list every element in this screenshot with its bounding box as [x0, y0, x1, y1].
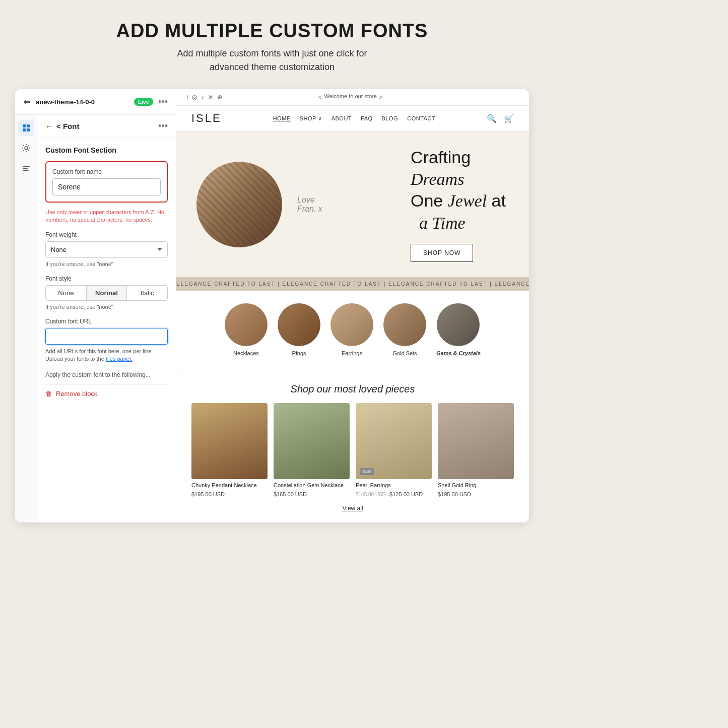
custom-font-url-group: Custom font URL Add all URLs for this fo… — [45, 318, 168, 363]
hero-image — [196, 162, 282, 247]
font-style-normal-button[interactable]: Normal — [87, 286, 127, 300]
twitter-icon[interactable]: ✕ — [208, 94, 213, 101]
tiktok-icon[interactable]: ♪ — [201, 94, 204, 101]
font-weight-select[interactable]: None 400 700 — [45, 241, 168, 258]
font-style-italic-button[interactable]: Italic — [127, 286, 167, 300]
category-necklaces: Necklaces — [225, 303, 268, 356]
hero-signature: LoveFran. x — [297, 195, 395, 214]
category-earrings-label[interactable]: Earrings — [342, 350, 362, 356]
page-header: ADD MULTIPLE CUSTOM FONTS Add multiple c… — [116, 20, 428, 74]
product-shell-gold-ring: Shell Gold Ring $195.00 USD — [438, 403, 514, 497]
remove-block-label: Remove block — [56, 390, 97, 398]
svg-rect-7 — [23, 170, 29, 171]
category-rings-image — [278, 303, 320, 346]
topbar-more-button[interactable]: ••• — [158, 97, 168, 107]
facebook-icon[interactable]: f — [186, 94, 188, 101]
sale-badge: Sale — [360, 468, 374, 475]
custom-font-url-input[interactable] — [45, 328, 168, 345]
pinterest-icon[interactable]: ⊕ — [217, 94, 222, 101]
store-logo: ISLE — [191, 112, 222, 125]
product-pearl-earrings-old-price: $145.00 USD — [356, 492, 386, 497]
font-section-header: ← < Font ••• — [37, 115, 176, 138]
hero-text: LoveFran. x — [297, 192, 395, 217]
instagram-icon[interactable]: ◎ — [192, 94, 197, 101]
announcement-text: Welcome to our store — [324, 93, 377, 101]
product-constellation-gem-image — [274, 403, 350, 479]
back-button[interactable]: ← — [45, 122, 52, 130]
apply-text: Apply the custom font to the following..… — [45, 371, 168, 378]
marquee-bar: ELEGANCE CRAFTED TO LAST | ELEGANCE CRAF… — [176, 277, 529, 291]
right-panel: f ◎ ♪ ✕ ⊕ < Welcome to our store > ISLE … — [176, 89, 529, 522]
font-weight-hint: If you're unsure, use "none". — [45, 261, 168, 267]
theme-name: anew-theme-14-0-0 — [36, 98, 129, 106]
hero-section: LoveFran. x Crafting DreamsOne Jewel at … — [176, 131, 529, 277]
shop-now-button[interactable]: SHOP NOW — [411, 244, 473, 262]
nav-icon-settings[interactable] — [18, 140, 34, 156]
section-more-button[interactable]: ••• — [158, 121, 168, 131]
custom-font-section-label: Custom Font Section — [45, 146, 168, 154]
store-nav-links: HOME SHOP ∨ ABOUT FAQ BLOG CONTACT — [273, 115, 435, 122]
product-pearl-earrings: Sale Pearl Earrings $145.00 USD $125.00 … — [356, 403, 432, 497]
font-style-label: Font style — [45, 275, 168, 282]
search-icon[interactable]: 🔍 — [487, 114, 497, 123]
nav-link-about[interactable]: ABOUT — [332, 115, 352, 122]
hero-heading: Crafting DreamsOne Jewel at a Time — [411, 147, 509, 234]
panel-topbar: ⬅ anew-theme-14-0-0 Live ••• — [15, 89, 176, 115]
product-pearl-earrings-image: Sale — [356, 403, 432, 479]
prev-announcement-button[interactable]: < — [318, 93, 322, 101]
nav-icon-blocks[interactable] — [18, 160, 34, 176]
product-shell-gold-ring-image — [438, 403, 514, 479]
font-style-none-button[interactable]: None — [46, 286, 87, 300]
most-loved-section: Shop our most loved pieces Chunky Pendan… — [176, 373, 529, 522]
categories-section: Necklaces Rings Earrings Gold Sets Gems … — [176, 291, 529, 373]
font-weight-group: Font weight None 400 700 If you're unsur… — [45, 231, 168, 267]
category-necklaces-label[interactable]: Necklaces — [233, 350, 259, 356]
nav-link-home[interactable]: HOME — [273, 115, 291, 122]
cart-icon[interactable]: 🛒 — [504, 114, 514, 123]
product-constellation-gem: Constellation Gem Necklace $165.00 USD — [274, 403, 350, 497]
custom-font-hint: Use only lower or upper characters from … — [45, 209, 168, 224]
nav-link-shop[interactable]: SHOP ∨ — [300, 115, 322, 122]
font-style-hint: If you're unsure, use "none". — [45, 304, 168, 310]
product-shell-gold-ring-price: $195.00 USD — [438, 491, 514, 497]
custom-font-name-input[interactable] — [52, 178, 161, 195]
url-hint-text: Add all URLs for this font here, one per… — [45, 348, 168, 363]
font-style-group: Font style None Normal Italic If you're … — [45, 275, 168, 310]
category-gems-crystals-label[interactable]: Gems & Crystals — [436, 350, 481, 356]
most-loved-title: Shop our most loved pieces — [191, 383, 514, 395]
view-all-link[interactable]: View all — [342, 505, 363, 512]
product-shell-gold-ring-name: Shell Gold Ring — [438, 482, 514, 488]
categories-row: Necklaces Rings Earrings Gold Sets Gems … — [191, 303, 514, 356]
nav-link-blog[interactable]: BLOG — [382, 115, 399, 122]
social-icons: f ◎ ♪ ✕ ⊕ — [186, 94, 222, 101]
svg-rect-3 — [27, 128, 30, 131]
remove-block-button[interactable]: 🗑 Remove block — [45, 384, 168, 403]
files-panel-link[interactable]: files panel. — [106, 356, 133, 362]
svg-rect-0 — [23, 124, 26, 127]
category-gold-sets-label[interactable]: Gold Sets — [392, 350, 417, 356]
products-row: Chunky Pendant Necklace $195.00 USD Cons… — [191, 403, 514, 497]
nav-link-faq[interactable]: FAQ — [361, 115, 373, 122]
panel-with-icons: ← < Font ••• Custom Font Section Custom … — [15, 115, 176, 522]
custom-font-url-label: Custom font URL — [45, 318, 168, 325]
category-gems-crystals-image — [437, 303, 480, 346]
store-nav-icons: 🔍 🛒 — [487, 114, 514, 123]
svg-rect-1 — [27, 124, 30, 127]
product-pearl-earrings-price: $145.00 USD $125.00 USD — [356, 491, 432, 497]
custom-font-name-label: Custom font name — [52, 168, 161, 175]
category-earrings: Earrings — [330, 303, 373, 356]
page-title: ADD MULTIPLE CUSTOM FONTS — [116, 20, 428, 42]
next-announcement-button[interactable]: > — [379, 93, 383, 101]
page-subtitle: Add multiple custom fonts with just one … — [116, 47, 428, 74]
category-earrings-image — [330, 303, 373, 346]
product-pearl-earrings-name: Pearl Earrings — [356, 482, 432, 488]
nav-link-contact[interactable]: CONTACT — [407, 115, 435, 122]
category-rings: Rings — [278, 303, 320, 356]
category-rings-label[interactable]: Rings — [292, 350, 306, 356]
exit-icon[interactable]: ⬅ — [23, 96, 31, 107]
product-chunky-pendant: Chunky Pendant Necklace $195.00 USD — [191, 403, 268, 497]
nav-icon-sections[interactable] — [18, 120, 34, 136]
category-gems-crystals: Gems & Crystals — [436, 303, 481, 356]
announcement-nav: < Welcome to our store > — [318, 93, 383, 101]
svg-rect-5 — [23, 166, 30, 167]
